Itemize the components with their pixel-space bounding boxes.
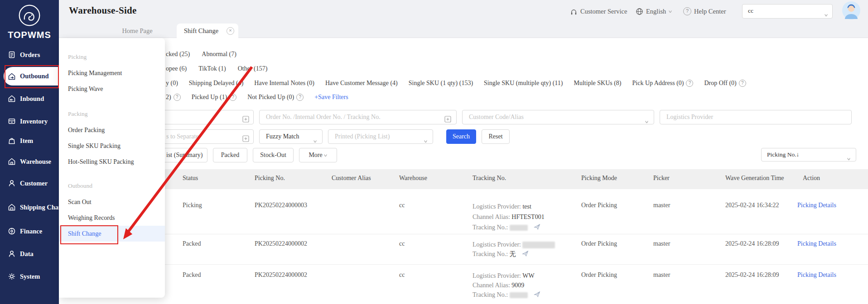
filter-chip[interactable]: Have Internal Notes (0) [254,80,314,87]
filter-chip[interactable]: Pick Up Address (0) ? [632,80,694,87]
column-customer-alias: Customer Alias [332,175,371,182]
filter-chip[interactable]: Abnormal (7) [202,51,236,58]
logistics-provider-label: Logistics Provider: [473,241,521,248]
menu-item-hot-selling-sku-packing[interactable]: Hot-Selling SKU Packing [59,154,165,170]
menu-item-weighing-records[interactable]: Weighing Records [59,210,165,226]
plus-box-icon[interactable] [242,114,249,121]
filter-chip[interactable]: Single SKU (1 qty) (153) [409,80,473,87]
chevron-down-icon: ∨ [668,10,673,14]
filter-tabs-row3: y (0) Shipping Delayed (4) Have Internal… [166,80,746,87]
save-filters-link[interactable]: +Save Filters [314,94,348,101]
warehouse-cell: cc [399,240,405,247]
table-row: Packed PK20250224000002 cc Logistics Pro… [59,234,868,265]
filter-chip-label: Picked Up (1) [192,94,227,101]
menu-item-shift-change[interactable]: Shift Change [59,226,165,242]
globe-icon [636,8,643,15]
filter-chip[interactable]: Have Customer Message (4) [325,80,398,87]
more-button[interactable]: More ∨ [299,148,337,162]
data-icon [8,250,16,258]
filter-chip[interactable]: Multiple SKUs (8) [574,80,622,87]
avatar[interactable] [842,1,861,20]
wave-time-cell: 2025-02-24 16:28:09 [725,240,779,247]
logistics-provider-input[interactable]: Logistics Provider [660,110,852,124]
chevron-down-icon: ∨ [644,117,649,128]
order-no-input[interactable]: Order No. /Internal Order No. / Tracking… [259,110,457,124]
sidebar-item-label: Inbound [20,95,44,103]
menu-item-picking-management[interactable]: Picking Management [59,65,165,81]
reset-button[interactable]: Reset [482,129,510,144]
picker-cell: master [653,202,670,209]
elephant-logo-icon [18,4,41,27]
language-menu[interactable]: English ∨ [636,6,672,16]
picking-no-cell: PK20250224000002 [255,271,307,279]
menu-item-order-packing[interactable]: Order Packing [59,122,165,138]
tab-home-page[interactable]: Home Page [109,24,166,38]
send-icon[interactable] [534,291,540,298]
orders-icon [8,51,16,59]
help-center-button[interactable]: ? Help Center [683,6,726,16]
sidebar-item-outbound[interactable]: Outbound [4,67,58,86]
sidebar-item-label: Inventory [20,118,48,125]
filter-chip[interactable]: Not Picked Up (0) ? [247,94,304,101]
filter-chip[interactable]: Shipping Delayed (4) [189,80,244,87]
warehouse-app: Warehouse-Side Customer Service English … [0,0,868,304]
customer-code-select[interactable]: Customer Code/Alias ∨ [462,110,654,124]
plus-box-icon[interactable] [242,133,249,140]
picker-cell: master [653,240,670,247]
picking-mode-cell: Order Picking [581,240,617,247]
picking-details-link[interactable]: Picking Details [797,271,836,279]
outbound-icon [8,72,16,81]
chevron-down-icon: ∨ [313,136,318,147]
help-icon[interactable]: ? [739,80,746,87]
filter-chip[interactable]: opee (6) [166,65,187,72]
item-icon [8,137,16,145]
sidebar-item-label: Outbound [20,72,49,80]
more-button-label: More [309,152,322,158]
question-circle-icon: ? [683,7,691,15]
picking-details-link[interactable]: Picking Details [797,202,836,209]
headset-icon [570,8,578,15]
printed-select[interactable]: Printed (Picking List) ∨ [328,129,433,144]
menu-item-single-sku-packing[interactable]: Single SKU Packing [59,138,165,154]
fuzzy-match-select[interactable]: Fuzzy Match ∨ [259,129,323,144]
sidebar-item-label: Data [20,250,34,258]
sort-select[interactable]: Picking No.↓ ∨ [761,148,856,162]
filter-chip[interactable]: Picked Up (1) ? [192,94,237,101]
redacted-logistics-provider [522,242,555,248]
system-icon [8,272,16,280]
user-warehouse-select-value: cc [748,7,753,14]
filter-chip[interactable]: cked (25) [166,51,190,58]
send-icon[interactable] [534,223,540,230]
help-icon[interactable]: ? [229,94,236,101]
filter-chip[interactable]: Single SKU (multiple qty) (11) [484,80,563,87]
filter-chip[interactable]: TikTok (1) [198,65,226,72]
chevron-down-icon: ∨ [323,150,328,161]
column-action: Action [803,175,820,182]
filter-chip[interactable]: Drop Off (0) ? [704,80,746,87]
user-warehouse-select[interactable]: cc ∨ [742,4,833,19]
chevron-down-icon: ∨ [423,136,428,147]
customer-service-button[interactable]: Customer Service [570,6,627,16]
logo-text: TOPWMS [0,30,59,40]
search-button[interactable]: Search [446,129,476,144]
packed-button[interactable]: Packed [213,148,247,162]
close-icon[interactable]: × [227,27,234,35]
plus-box-icon[interactable] [444,114,451,121]
tracking-cell: Logistics Provider: test Channel Alias: … [473,201,545,233]
printed-placeholder: Printed (Picking List) [335,133,390,140]
sidebar: TOPWMS Orders Outbound Inbound Inventory [0,0,59,304]
menu-item-picking-wave[interactable]: Picking Wave [59,81,165,97]
filter-chip[interactable]: 2) ? [166,94,181,101]
send-icon[interactable] [522,250,529,257]
help-icon[interactable]: ? [296,94,304,101]
filter-chip[interactable]: Other (157) [238,65,268,72]
sidebar-item-label: Finance [20,228,42,235]
help-icon[interactable]: ? [174,94,181,101]
filter-chip[interactable]: y (0) [166,80,178,87]
menu-item-scan-out[interactable]: Scan Out [59,194,165,210]
tab-shift-change[interactable]: Shift Change × [177,24,238,38]
picking-details-link[interactable]: Picking Details [797,240,836,247]
stock-out-button[interactable]: Stock-Out [253,148,294,162]
column-picking-no: Picking No. [255,175,285,182]
help-icon[interactable]: ? [686,80,693,87]
